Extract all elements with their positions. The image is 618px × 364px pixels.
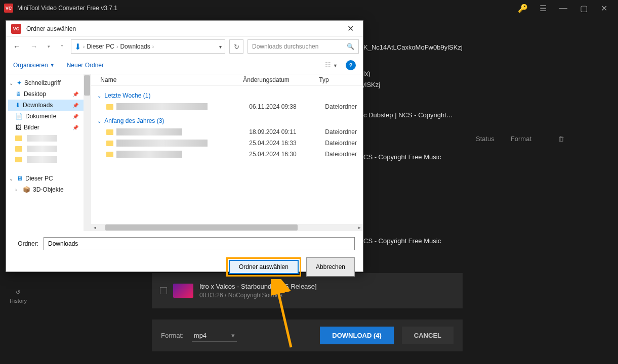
chevron-down-icon: ⌄	[9, 176, 14, 181]
col-type[interactable]: Typ	[319, 76, 363, 83]
view-mode-icon[interactable]: ☷ ▼	[323, 60, 340, 70]
folder-name-input[interactable]	[44, 237, 355, 250]
header-format: Format	[511, 135, 531, 143]
video-row-frag-2: CS - Copyright Free Music	[363, 153, 441, 161]
new-folder-button[interactable]: Neuer Ordner	[67, 62, 104, 69]
folder-icon	[106, 152, 113, 157]
chevron-right-icon: ›	[152, 44, 154, 50]
history-label: History	[10, 298, 27, 304]
titlebar-controls: 🔑 ☰ — ▢ ✕	[513, 1, 614, 15]
help-icon[interactable]: ?	[346, 60, 356, 70]
playlist-name-frag: ix)	[363, 70, 370, 77]
cancel-dialog-button[interactable]: Abbrechen	[306, 257, 355, 277]
url-display: Fw0b9ylSKzj	[339, 77, 597, 92]
pin-icon: 📌	[72, 92, 78, 97]
document-icon: 📄	[15, 113, 23, 120]
nav-back-icon[interactable]: ←	[10, 40, 23, 53]
app-titlebar: VC MiniTool Video Converter Free v3.7.1 …	[0, 0, 618, 16]
folder-icon	[106, 129, 113, 135]
format-select[interactable]: mp4	[192, 330, 237, 342]
tree-blur-2[interactable]	[8, 144, 89, 154]
chevron-right-icon: ›	[83, 44, 85, 50]
nav-dropdown-icon[interactable]: ▾	[45, 42, 53, 51]
vip-key-icon[interactable]: 🔑	[513, 1, 533, 15]
refresh-icon[interactable]: ↻	[229, 39, 243, 54]
breadcrumb[interactable]: ⬇ › Dieser PC › Downloads › ▾	[71, 39, 225, 54]
col-date[interactable]: Änderungsdatum	[243, 76, 319, 83]
history-button[interactable]: ↺ History	[10, 289, 27, 304]
file-panel: Name Änderungsdatum Typ ⌄ Letzte Woche (…	[91, 74, 363, 231]
chevron-down-icon: ⌄	[97, 118, 101, 124]
tree-quick-access[interactable]: ⌄ ✦ Schnellzugriff	[8, 77, 89, 88]
dialog-title: Ordner auswählen	[26, 25, 343, 32]
file-row[interactable]: 25.04.2024 16:33 Dateiordner	[97, 138, 357, 149]
chevron-right-icon: ›	[15, 187, 20, 193]
maximize-icon[interactable]: ▢	[573, 1, 594, 15]
dialog-nav: ← → ▾ ↑ ⬇ › Dieser PC › Downloads › ▾ ↻ …	[6, 37, 363, 56]
video-meta: 00:03:26 / NoCopyrightSounds	[199, 292, 455, 299]
tree-this-pc[interactable]: ⌄ 🖥 Dieser PC	[8, 173, 89, 184]
file-list-header: Name Änderungsdatum Typ	[91, 74, 363, 86]
dialog-toolbar: Organisieren ▼ Neuer Ordner ☷ ▼ ?	[6, 56, 363, 74]
tree-downloads[interactable]: ⬇ Downloads 📌	[8, 100, 89, 111]
file-row[interactable]: 25.04.2024 16:30 Dateiordner	[97, 149, 357, 160]
pin-icon: 📌	[72, 114, 78, 119]
dialog-titlebar: VC Ordner auswählen ✕	[6, 21, 363, 37]
scroll-left-icon[interactable]: ◂	[91, 224, 98, 231]
close-window-icon[interactable]: ✕	[594, 1, 614, 15]
app-logo-icon: VC	[4, 4, 13, 13]
pin-icon: 📌	[72, 125, 78, 130]
tree-pictures[interactable]: 🖼 Bilder 📌	[8, 122, 89, 133]
download-button[interactable]: DOWNLOAD (4)	[320, 327, 394, 344]
highlight-annotation: Ordner auswählen	[226, 257, 301, 277]
trash-icon[interactable]: 🗑	[558, 135, 564, 143]
cancel-download-button[interactable]: CANCEL	[402, 327, 454, 344]
tree-scrollbar[interactable]	[84, 74, 91, 231]
breadcrumb-pc[interactable]: Dieser PC	[87, 43, 114, 50]
folder-field-label: Ordner:	[14, 240, 38, 247]
search-input[interactable]: Downloads durchsuchen 🔍	[248, 39, 359, 54]
dialog-close-icon[interactable]: ✕	[343, 23, 358, 35]
dialog-logo-icon: VC	[11, 24, 21, 34]
picture-icon: 🖼	[15, 124, 21, 131]
nav-up-icon[interactable]: ↑	[57, 40, 67, 53]
tree-blur-3[interactable]	[8, 154, 89, 165]
url-truncated-label: K_Nc14AtLCaxkoMoFw0b9ylSKzj	[363, 43, 463, 51]
scroll-right-icon[interactable]: ▸	[356, 224, 363, 231]
tree-desktop[interactable]: 🖥 Desktop 📌	[8, 88, 89, 100]
download-icon: ⬇	[15, 102, 20, 109]
video-row-frag-3: CS - Copyright Free Music	[363, 237, 441, 245]
horizontal-scrollbar[interactable]: ◂ ▸	[91, 224, 363, 231]
tree-blur-1[interactable]	[8, 133, 89, 144]
group-year-start[interactable]: ⌄ Anfang des Jahres (3)	[97, 115, 357, 126]
folder-icon	[15, 135, 22, 141]
search-icon: 🔍	[347, 43, 354, 50]
file-row[interactable]: 18.09.2024 09:11 Dateiordner	[97, 126, 357, 138]
folder-icon	[15, 146, 22, 152]
dialog-content: ⌄ ✦ Schnellzugriff 🖥 Desktop 📌 ⬇ Downloa…	[6, 74, 363, 231]
app-title: MiniTool Video Converter Free v3.7.1	[17, 5, 513, 12]
format-label: Format:	[161, 332, 184, 339]
breadcrumb-downloads[interactable]: Downloads	[120, 43, 150, 50]
tree-documents[interactable]: 📄 Dokumente 📌	[8, 111, 89, 122]
download-footer: Format: mp4 DOWNLOAD (4) CANCEL	[152, 320, 463, 351]
group-last-week[interactable]: ⌄ Letzte Woche (1)	[97, 90, 357, 101]
folder-icon	[106, 141, 113, 146]
select-folder-button[interactable]: Ordner auswählen	[229, 260, 299, 274]
nav-forward-icon[interactable]: →	[27, 40, 40, 53]
folder-icon	[15, 157, 22, 162]
file-body: ⌄ Letzte Woche (1) 06.11.2024 09:38 Date…	[91, 86, 363, 164]
pin-icon: 📌	[72, 103, 78, 108]
list-headers: Status Format 🗑	[476, 135, 564, 143]
menu-icon[interactable]: ☰	[533, 1, 553, 15]
app-body: ↺ History K_Nc14AtLCaxkoMoFw0b9ylSKzj ix…	[0, 16, 618, 364]
objects-icon: 📦	[23, 186, 30, 193]
breadcrumb-dropdown-icon[interactable]: ▾	[219, 44, 222, 50]
minimize-icon[interactable]: —	[553, 1, 573, 15]
file-row[interactable]: 06.11.2024 09:38 Dateiordner	[97, 101, 357, 112]
chevron-down-icon: ⌄	[97, 93, 101, 99]
tree-3d-objects[interactable]: › 📦 3D-Objekte	[8, 184, 89, 195]
col-name[interactable]: Name	[91, 76, 243, 83]
organize-dropdown[interactable]: Organisieren ▼	[13, 62, 55, 69]
video-checkbox[interactable]	[160, 287, 167, 294]
